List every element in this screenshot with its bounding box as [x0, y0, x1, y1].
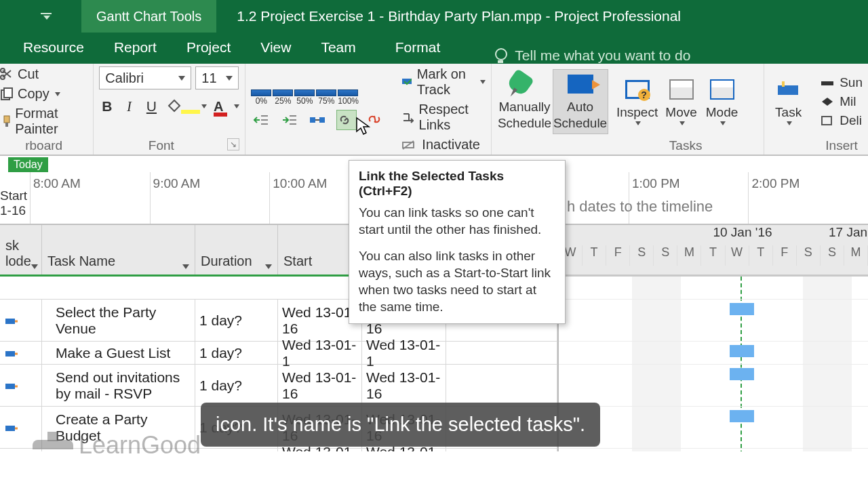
gantt-bar[interactable] [730, 303, 754, 315]
cell-start[interactable]: Wed 13-01-1 [278, 342, 362, 364]
table-row[interactable]: Send out invitations by mail - RSVP1 day… [0, 365, 557, 407]
cell-extra[interactable] [446, 342, 557, 364]
cell-duration[interactable]: 1 day? [195, 300, 278, 341]
cell-name[interactable]: Make a Guest List [42, 342, 195, 364]
broken-link-icon [367, 113, 383, 127]
deliverable-icon [821, 115, 834, 126]
bold-button[interactable]: B [99, 96, 115, 117]
inactivate-button[interactable]: Inactivate [401, 137, 485, 152]
col-task-mode[interactable]: sklode [0, 225, 42, 274]
cell-finish[interactable]: Wed 13-01-16 [362, 365, 446, 406]
outdent-button[interactable] [251, 110, 271, 130]
gantt-chart[interactable]: 10 Jan '16 17 Jan WTFSSMTWTFSSM [559, 225, 868, 451]
font-color-button[interactable]: A [214, 99, 239, 115]
gantt-header: 10 Jan '16 17 Jan WTFSSMTWTFSSM [559, 225, 868, 277]
gantt-day: M [677, 245, 701, 266]
col-task-name[interactable]: Task Name [42, 225, 195, 274]
chevron-down-icon[interactable] [55, 92, 60, 96]
gantt-row [559, 407, 868, 449]
inactivate-label: Inactivate [422, 137, 480, 152]
pct-25-button[interactable] [273, 89, 293, 96]
link-tasks-button[interactable] [336, 110, 357, 130]
cell-extra[interactable] [446, 449, 557, 451]
mark-on-track-button[interactable]: Mark on Track [401, 66, 485, 98]
unlink-tasks-button[interactable] [365, 110, 385, 130]
dialog-launcher-icon[interactable]: ↘ [227, 138, 239, 150]
underline-button[interactable]: U [144, 96, 159, 117]
font-size-combo[interactable]: 11 [195, 66, 239, 89]
font-name-combo[interactable]: Calibri [99, 66, 191, 89]
cut-button[interactable]: Cut [0, 66, 87, 82]
italic-button[interactable]: I [121, 96, 137, 117]
format-painter-label: Format Painter [15, 106, 87, 137]
summary-button[interactable]: Sun [821, 75, 863, 90]
tab-format[interactable]: Format [371, 33, 465, 64]
clipboard-group-label: rboard [0, 137, 87, 153]
manually-schedule-button[interactable]: Manually Schedule [497, 69, 553, 134]
gantt-bar[interactable] [730, 410, 754, 422]
auto-schedule-button[interactable]: Auto Schedule [553, 69, 608, 134]
cell-mode[interactable] [0, 300, 42, 341]
chevron-down-icon[interactable] [201, 104, 207, 108]
tell-me-box[interactable]: Tell me what you want to do [465, 47, 690, 64]
chevron-down-icon[interactable] [234, 104, 239, 108]
tasks-group-label: Tasks [614, 137, 758, 153]
quick-access-toolbar[interactable] [0, 13, 81, 20]
chevron-down-icon [31, 264, 38, 269]
tab-team[interactable]: Team [306, 33, 370, 64]
gantt-day: T [583, 245, 606, 266]
svg-rect-19 [778, 85, 798, 95]
inspect-button[interactable]: Inspect [614, 69, 661, 134]
gantt-bar[interactable] [730, 368, 754, 380]
cell-extra[interactable] [446, 365, 557, 406]
table-row[interactable]: Make a Guest List1 day?Wed 13-01-1Wed 13… [0, 342, 557, 365]
col-duration[interactable]: Duration [195, 225, 278, 274]
cell-duration[interactable]: 1 day? [195, 342, 278, 364]
gantt-bar[interactable] [730, 345, 754, 357]
task-button[interactable]: Task [770, 69, 808, 134]
qat-dropdown-icon[interactable] [41, 13, 53, 20]
pct-0-button[interactable] [251, 89, 271, 96]
cell-start[interactable]: Wed 13-01-16 [278, 365, 362, 406]
tab-report[interactable]: Report [99, 33, 172, 64]
group-tasks: Inspect Move Mode Tasks [608, 64, 764, 155]
chevron-down-icon[interactable] [480, 80, 486, 84]
calendar-icon [669, 79, 694, 100]
milestone-button[interactable]: Mil [821, 94, 863, 109]
cell-finish[interactable]: Wed 13-01-1 [362, 449, 446, 451]
cell-mode[interactable] [0, 365, 42, 406]
cell-finish[interactable]: Wed 13-01-1 [362, 342, 446, 364]
cell-duration[interactable]: 1 day? [195, 365, 278, 406]
chevron-down-icon [265, 264, 272, 269]
mode-button[interactable]: Mode [702, 69, 743, 134]
tab-view[interactable]: View [245, 33, 306, 64]
svg-rect-8 [261, 123, 268, 125]
percent-complete-row: 0% 25% 50% 75% 100% [251, 89, 385, 106]
pct-100-button[interactable] [338, 89, 358, 96]
cell-duration[interactable]: 1 day? [195, 449, 278, 451]
deliverable-button[interactable]: Deli [821, 113, 863, 128]
chevron-down-icon [182, 264, 189, 269]
gantt-row [559, 449, 868, 451]
tab-project[interactable]: Project [172, 33, 245, 64]
respect-links-button[interactable]: Respect Links [401, 102, 485, 133]
tab-resource[interactable]: Resource [8, 33, 99, 64]
pct-50-button[interactable] [294, 89, 315, 96]
manual-l2: Schedule [498, 116, 551, 131]
cell-start[interactable]: Wed 13-01-1 [278, 449, 362, 451]
move-button[interactable]: Move [661, 69, 702, 134]
split-task-button[interactable] [308, 110, 328, 130]
indent-button[interactable] [279, 110, 300, 130]
bucket-icon [166, 98, 181, 115]
copy-button[interactable]: Copy [0, 86, 87, 102]
svg-rect-10 [290, 119, 296, 121]
cell-mode[interactable] [0, 342, 42, 364]
cell-name[interactable]: Send out invitations by mail - RSVP [42, 365, 195, 406]
format-painter-button[interactable]: Format Painter [0, 106, 87, 137]
svg-rect-25 [5, 384, 15, 389]
pct-75-button[interactable] [316, 89, 336, 96]
fill-color-button[interactable] [166, 98, 207, 115]
cell-name[interactable]: Select the Party Venue [42, 300, 195, 341]
chevron-down-icon [178, 76, 185, 81]
pushpin-icon [506, 68, 534, 97]
